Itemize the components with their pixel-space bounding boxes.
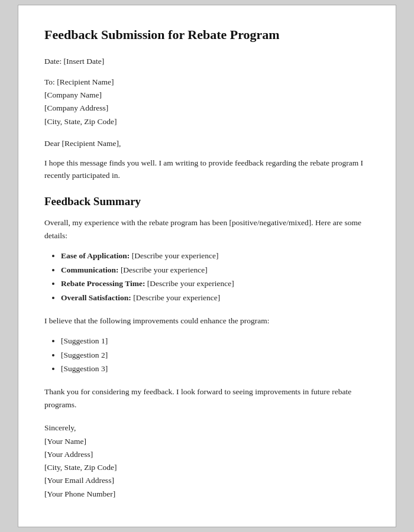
date-line: Date: [Insert Date] <box>44 57 370 66</box>
sign-off-line-2: [Your Name] <box>44 435 370 448</box>
list-item: [Suggestion 3] <box>61 362 370 376</box>
list-item: Overall Satisfaction: [Describe your exp… <box>61 291 370 305</box>
address-line-3: [Company Address] <box>44 102 370 115</box>
document-page: Feedback Submission for Rebate Program D… <box>18 5 396 527</box>
salutation: Dear [Recipient Name], <box>44 139 370 148</box>
feedback-items-list: Ease of Application: [Describe your expe… <box>61 249 370 305</box>
closing-paragraph: Thank you for considering my feedback. I… <box>44 385 370 411</box>
feedback-label-1: Ease of Application: <box>61 251 130 260</box>
suggestions-list: [Suggestion 1] [Suggestion 2] [Suggestio… <box>61 334 370 376</box>
feedback-label-4: Overall Satisfaction: <box>61 293 131 302</box>
feedback-value-4: [Describe your experience] <box>133 293 220 302</box>
address-block: To: [Recipient Name] [Company Name] [Com… <box>44 76 370 128</box>
feedback-value-1: [Describe your experience] <box>132 251 219 260</box>
sign-off-line-6: [Your Phone Number] <box>44 488 370 501</box>
address-line-4: [City, State, Zip Code] <box>44 115 370 128</box>
sign-off-line-3: [Your Address] <box>44 448 370 461</box>
sign-off-line-5: [Your Email Address] <box>44 474 370 487</box>
address-line-1: To: [Recipient Name] <box>44 76 370 89</box>
list-item: Ease of Application: [Describe your expe… <box>61 249 370 263</box>
address-line-2: [Company Name] <box>44 89 370 102</box>
list-item: [Suggestion 1] <box>61 334 370 348</box>
feedback-label-2: Communication: <box>61 265 119 274</box>
feedback-value-2: [Describe your experience] <box>121 265 208 274</box>
sign-off-line-4: [City, State, Zip Code] <box>44 461 370 474</box>
sign-off-block: Sincerely, [Your Name] [Your Address] [C… <box>44 421 370 501</box>
feedback-label-3: Rebate Processing Time: <box>61 279 145 288</box>
document-title: Feedback Submission for Rebate Program <box>44 27 370 44</box>
intro-paragraph: I hope this message finds you well. I am… <box>44 157 370 182</box>
list-item: Communication: [Describe your experience… <box>61 263 370 277</box>
summary-intro: Overall, my experience with the rebate p… <box>44 216 370 242</box>
improvements-intro: I believe that the following improvement… <box>44 314 370 327</box>
feedback-value-3: [Describe your experience] <box>147 279 234 288</box>
feedback-summary-heading: Feedback Summary <box>44 195 370 208</box>
list-item: [Suggestion 2] <box>61 348 370 362</box>
sign-off-line-1: Sincerely, <box>44 421 370 434</box>
list-item: Rebate Processing Time: [Describe your e… <box>61 277 370 291</box>
